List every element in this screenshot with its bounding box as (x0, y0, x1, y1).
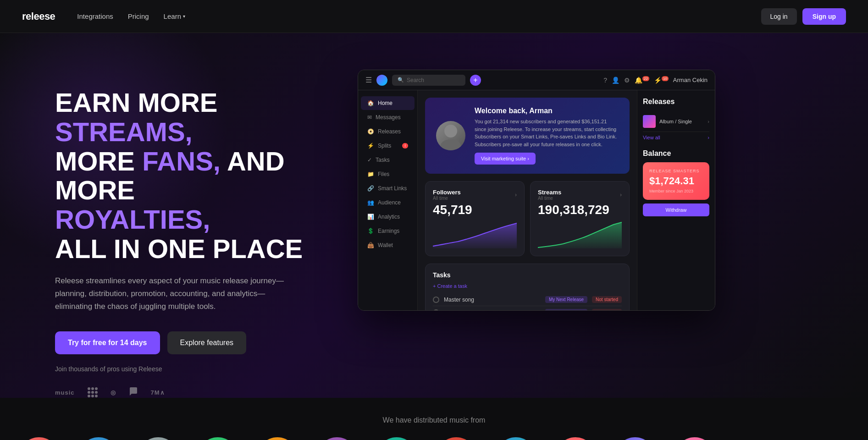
visit-marketing-button[interactable]: Visit marketing suite › (475, 153, 536, 165)
search-icon: 🔍 (398, 77, 404, 83)
nav-integrations[interactable]: Integrations (77, 12, 113, 20)
task-row-1: Create Release Contract My Next Release … (433, 306, 622, 310)
twitch-logo (129, 387, 138, 398)
sidebar-item-messages[interactable]: ✉ Messages (361, 110, 415, 124)
followers-chevron[interactable]: › (515, 192, 517, 198)
svg-point-2 (441, 139, 461, 150)
sidebar-item-earnings[interactable]: 💲 Earnings (361, 224, 415, 238)
people-icon[interactable]: 👤 (612, 77, 619, 84)
nav-pricing[interactable]: Pricing (128, 12, 149, 20)
sidebar-item-analytics[interactable]: 📊 Analytics (361, 210, 415, 224)
task-row-0: Master song My Next Release Not started (433, 293, 622, 306)
wallet-icon: 👜 (367, 242, 374, 248)
task-status-0: Not started (592, 296, 622, 303)
followers-card: Followers All time › 45,719 (425, 181, 525, 256)
menu-icon[interactable]: ☰ (365, 76, 372, 84)
add-button[interactable]: + (470, 75, 481, 86)
distributed-text: We have distributed music from (0, 416, 868, 424)
smart-links-icon: 🔗 (367, 185, 374, 192)
release-thumbnail (643, 115, 656, 128)
sidebar-item-wallet[interactable]: 👜 Wallet (361, 238, 415, 252)
sidebar-item-splits[interactable]: ⚡ Splits ! (361, 139, 415, 153)
explore-features-button[interactable]: Explore features (167, 331, 247, 354)
artist-avatar-og-eastbull: 🎸 (495, 437, 536, 440)
streams-title: Streams (538, 189, 561, 196)
artist-item-yo-trane: 🎵 Yo Trane (316, 437, 358, 440)
heading-all-in-one: ALL IN ONE PLACE (55, 234, 303, 264)
login-button[interactable]: Log in (761, 8, 797, 25)
settings-icon[interactable]: ⚙ (624, 77, 630, 84)
withdraw-button[interactable]: Withdraw (643, 204, 709, 216)
artist-item-rich-the-kid: 🎤 Rich The Kid (18, 437, 60, 440)
streams-chevron[interactable]: › (620, 192, 622, 198)
release-chevron[interactable]: › (708, 119, 709, 124)
hero-heading: EARN MORE STREAMS, MORE FANS, AND MORE R… (55, 88, 330, 264)
artist-item-the-fifthguys: 🎧 The FifthGuys (555, 437, 596, 440)
bell-icon[interactable]: 🔔22 (635, 77, 649, 84)
hero-description: Releese streamlines every aspect of your… (55, 275, 293, 313)
try-free-button[interactable]: Try for free for 14 days (55, 331, 160, 354)
nav-learn[interactable]: Learn ▾ (164, 12, 185, 20)
welcome-avatar (436, 121, 465, 150)
partner-logos: music ◎ 7M∧ (55, 387, 330, 398)
followers-chart (433, 221, 517, 248)
search-placeholder: Search (407, 77, 424, 83)
task-name-1: Create Release Contract (444, 309, 541, 311)
dash-search-bar[interactable]: 🔍 Search (392, 75, 465, 86)
lightning-icon[interactable]: ⚡10 (654, 77, 669, 84)
tma-logo: 7M∧ (151, 389, 165, 396)
artist-avatar-rich-the-kid: 🎤 (18, 437, 60, 440)
view-all-releases[interactable]: View all › (643, 135, 709, 140)
home-icon: 🏠 (367, 100, 374, 106)
releases-icon: 📀 (367, 128, 374, 135)
create-task-button[interactable]: + Create a task (433, 283, 622, 289)
task-name-0: Master song (444, 297, 541, 303)
hero-buttons: Try for free for 14 days Explore feature… (55, 331, 330, 354)
releases-panel-title: Releases (643, 98, 709, 106)
signup-button[interactable]: Sign up (802, 8, 846, 25)
svg-point-1 (444, 125, 457, 138)
balance-label: RELEASE SMASTERS (649, 169, 703, 173)
splits-icon: ⚡ (367, 143, 374, 149)
logo[interactable]: releese (22, 11, 55, 22)
balance-date: Member since Jan 2023 (649, 189, 703, 193)
dashboard-right-panel: Releases Album / Single › View all › Bal… (637, 90, 715, 310)
artist-avatar-gucci-mane: 🎤 (257, 437, 298, 440)
artist-item-jamby-el-favo: 🎵 Jamby El Favo (78, 437, 119, 440)
earnings-icon: 💲 (367, 228, 374, 234)
sidebar-item-files[interactable]: 📁 Files (361, 167, 415, 181)
streams-subtitle: All time (538, 196, 561, 201)
artist-item-gucci-mane: 🎤 Gucci Mane (257, 437, 298, 440)
task-release-0: My Next Release (545, 296, 587, 303)
help-icon[interactable]: ? (603, 77, 607, 84)
artist-item-eevee: 🎤 eevee (436, 437, 477, 440)
hero-left: EARN MORE STREAMS, MORE FANS, AND MORE R… (55, 70, 330, 398)
welcome-description: You got 21,314 new subscribers and gener… (475, 118, 619, 148)
heading-royalties: ROYALTIES, (55, 204, 210, 234)
hero-section: EARN MORE STREAMS, MORE FANS, AND MORE R… (0, 33, 868, 398)
sidebar-item-smart-links[interactable]: 🔗 Smart Links (361, 182, 415, 195)
followers-value: 45,719 (433, 203, 517, 217)
heading-more: MORE (55, 146, 142, 176)
task-checkbox-1[interactable] (433, 309, 439, 311)
sidebar-item-releases[interactable]: 📀 Releases (361, 125, 415, 138)
balance-card: RELEASE SMASTERS $1,724.31 Member since … (643, 162, 709, 200)
sidebar-item-audience[interactable]: 👥 Audience (361, 196, 415, 209)
sidebar-item-tasks[interactable]: ✓ Tasks (361, 153, 415, 167)
artist-avatar-tungevaag: 🎸 (138, 437, 179, 440)
artist-item-riff-raff: 🎤 Riff Raff (614, 437, 656, 440)
soundcloud-logo: ◎ (111, 389, 116, 396)
release-item: Album / Single › (643, 111, 709, 132)
streams-chart (538, 221, 622, 248)
heading-earn: EARN MORE (55, 88, 217, 117)
welcome-title: Welcome back, Arman (475, 107, 619, 115)
sidebar-item-home[interactable]: 🏠 Home (361, 96, 415, 110)
hero-right: ☰ 🔍 Search + ? 👤 ⚙ 🔔22 ⚡10 Arman Cekin (358, 70, 813, 311)
artist-item-lny-tnz: 🎧 LNY TNZ (197, 437, 238, 440)
followers-subtitle: All time (433, 196, 461, 201)
task-checkbox-0[interactable] (433, 297, 439, 303)
dashboard-preview: ☰ 🔍 Search + ? 👤 ⚙ 🔔22 ⚡10 Arman Cekin (358, 70, 715, 311)
task-release-1: My Next Release (545, 309, 587, 310)
stats-row: Followers All time › 45,719 (425, 181, 630, 256)
audience-icon: 👥 (367, 199, 374, 206)
